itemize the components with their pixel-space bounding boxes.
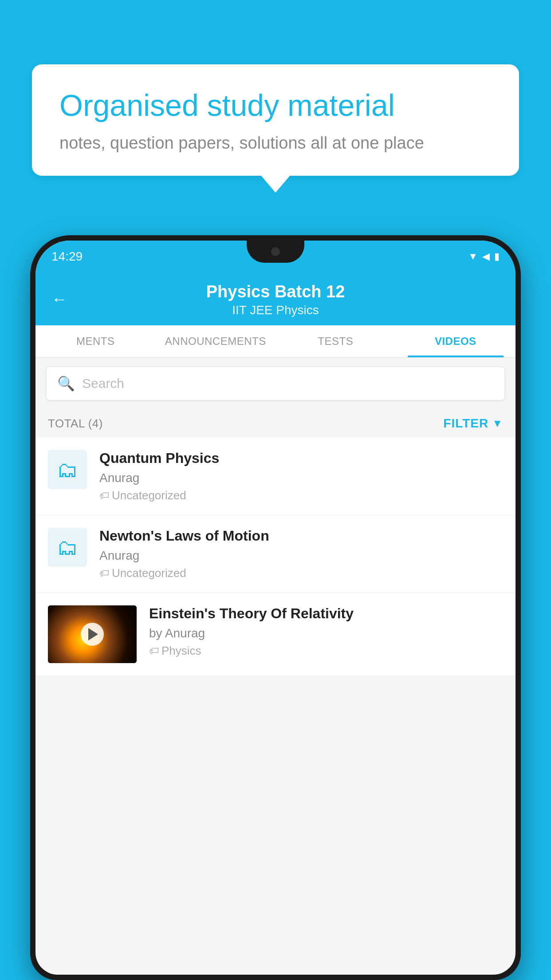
item-info: Quantum Physics Anurag 🏷 Uncategorized xyxy=(99,450,503,502)
status-icons: ▼ ◀ ▮ xyxy=(468,251,500,262)
filter-button[interactable]: FILTER ▼ xyxy=(443,416,503,431)
list-item[interactable]: 🗂 Newton's Laws of Motion Anurag 🏷 Uncat… xyxy=(35,515,516,593)
item-author: Anurag xyxy=(99,549,503,563)
signal-icon: ◀ xyxy=(482,251,490,262)
phone-frame: 14:29 ▼ ◀ ▮ ← Physics Batch 12 IIT JEE P… xyxy=(30,235,521,980)
list-item[interactable]: Einstein's Theory Of Relativity by Anura… xyxy=(35,593,516,676)
tag-icon: 🏷 xyxy=(149,645,159,657)
item-title: Einstein's Theory Of Relativity xyxy=(149,605,503,622)
total-count: TOTAL (4) xyxy=(48,417,103,431)
item-title: Newton's Laws of Motion xyxy=(99,528,503,544)
folder-icon: 🗂 xyxy=(57,535,78,560)
video-thumbnail-image xyxy=(48,605,137,663)
item-title: Quantum Physics xyxy=(99,450,503,466)
search-icon: 🔍 xyxy=(57,375,75,392)
tab-ments[interactable]: MENTS xyxy=(35,325,156,357)
search-bar[interactable]: 🔍 Search xyxy=(46,367,505,400)
back-button[interactable]: ← xyxy=(51,290,67,308)
status-time: 14:29 xyxy=(51,249,83,264)
filter-icon: ▼ xyxy=(492,417,503,430)
tag-icon: 🏷 xyxy=(99,568,109,579)
item-thumbnail xyxy=(48,605,137,663)
tab-bar: MENTS ANNOUNCEMENTS TESTS VIDEOS xyxy=(35,325,516,358)
battery-icon: ▮ xyxy=(494,251,500,262)
play-icon xyxy=(88,628,98,640)
item-author: Anurag xyxy=(99,471,503,485)
tab-announcements[interactable]: ANNOUNCEMENTS xyxy=(156,325,276,357)
list-item[interactable]: 🗂 Quantum Physics Anurag 🏷 Uncategorized xyxy=(35,438,516,515)
folder-icon: 🗂 xyxy=(57,458,78,482)
bubble-subtitle: notes, question papers, solutions all at… xyxy=(59,134,492,153)
wifi-icon: ▼ xyxy=(468,251,478,262)
tab-videos[interactable]: VIDEOS xyxy=(396,325,516,357)
speech-bubble: Organised study material notes, question… xyxy=(32,64,519,176)
item-thumbnail: 🗂 xyxy=(48,528,87,567)
phone-screen: 14:29 ▼ ◀ ▮ ← Physics Batch 12 IIT JEE P… xyxy=(35,241,516,975)
item-author: by Anurag xyxy=(149,626,503,640)
item-info: Newton's Laws of Motion Anurag 🏷 Uncateg… xyxy=(99,528,503,580)
notch xyxy=(247,241,304,263)
tab-tests[interactable]: TESTS xyxy=(276,325,396,357)
item-thumbnail: 🗂 xyxy=(48,450,87,489)
play-button[interactable] xyxy=(81,623,104,646)
filter-bar: TOTAL (4) FILTER ▼ xyxy=(35,409,516,438)
item-tag: 🏷 Uncategorized xyxy=(99,489,503,502)
app-header: ← Physics Batch 12 IIT JEE Physics xyxy=(35,273,516,325)
item-tag: 🏷 Physics xyxy=(149,644,503,658)
header-subtitle: IIT JEE Physics xyxy=(51,303,500,317)
search-placeholder: Search xyxy=(82,376,124,391)
item-tag: 🏷 Uncategorized xyxy=(99,566,503,580)
bubble-title: Organised study material xyxy=(59,87,492,124)
status-bar: 14:29 ▼ ◀ ▮ xyxy=(35,241,516,273)
header-title: Physics Batch 12 xyxy=(51,282,500,301)
camera xyxy=(271,247,280,256)
item-info: Einstein's Theory Of Relativity by Anura… xyxy=(149,605,503,658)
video-list: 🗂 Quantum Physics Anurag 🏷 Uncategorized… xyxy=(35,438,516,676)
tag-icon: 🏷 xyxy=(99,490,109,502)
